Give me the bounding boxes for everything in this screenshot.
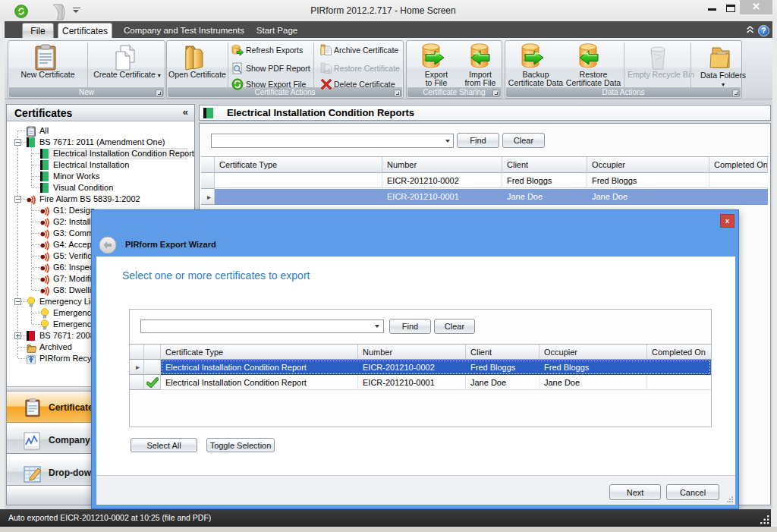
- svg-text:?: ?: [761, 27, 766, 35]
